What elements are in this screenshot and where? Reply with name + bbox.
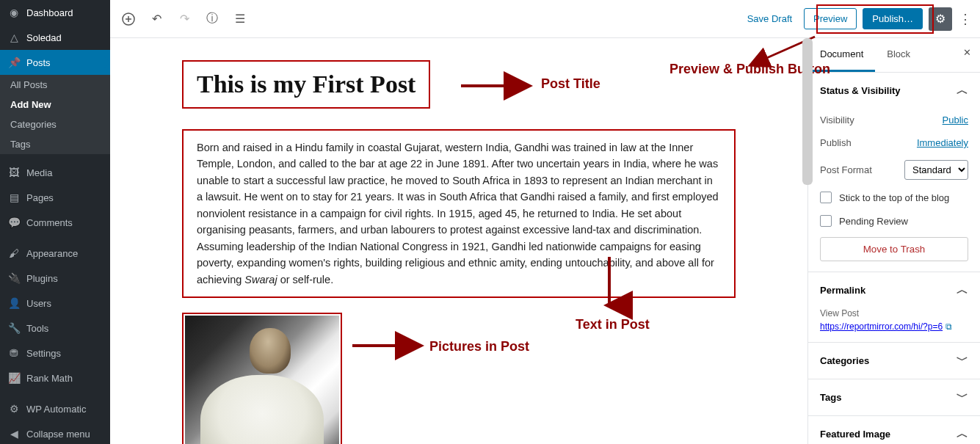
paragraph-em: Swaraj (244, 274, 277, 285)
sidebar-sub-categories[interactable]: Categories (0, 114, 110, 134)
settings-tabs: Document Block ✕ (808, 38, 980, 73)
sidebar-label: Settings (26, 348, 61, 359)
more-menu-button[interactable]: ⋮ (958, 11, 973, 27)
panel-status: Status & Visibility︿ VisibilityPublic Pu… (808, 73, 980, 272)
media-icon: 🖾 (7, 166, 21, 179)
sidebar-item-posts[interactable]: 📌Posts (0, 50, 110, 75)
pin-icon: 📌 (7, 56, 21, 69)
annotation-box-body: Born and raised in a Hindu family in coa… (182, 129, 736, 298)
add-block-button[interactable] (117, 8, 139, 30)
sidebar-label: Posts (26, 57, 51, 68)
comments-icon: 💬 (7, 216, 21, 229)
sidebar-sub-allposts[interactable]: All Posts (0, 75, 110, 95)
dashboard-icon: ◉ (7, 6, 21, 19)
preview-button[interactable]: Preview (804, 8, 857, 29)
publish-button[interactable]: Publish… (863, 8, 923, 29)
sidebar-label: Collapse menu (26, 429, 90, 440)
panel-categories: Categories﹀ (808, 343, 980, 379)
sidebar-item-collapse[interactable]: ◀Collapse menu (0, 421, 110, 444)
chevron-up-icon: ︿ (957, 83, 968, 98)
paragraph-text: or self-rule. (277, 274, 334, 285)
sidebar-label: Dashboard (26, 7, 73, 18)
tab-block[interactable]: Block (875, 38, 922, 72)
pending-label: Pending Review (839, 216, 908, 227)
sliders-icon: ⛃ (7, 346, 21, 360)
chevron-down-icon: ﹀ (957, 390, 968, 405)
editor-scrollbar[interactable] (802, 38, 813, 185)
collapse-icon: ◀ (7, 427, 21, 440)
panel-tags: Tags﹀ (808, 379, 980, 416)
brush-icon: 🖌 (7, 247, 21, 260)
sidebar-item-settings[interactable]: ⛃Settings (0, 341, 110, 365)
publish-value[interactable]: Immediately (917, 137, 968, 148)
user-icon: 👤 (7, 296, 21, 310)
stick-label: Stick to the top of the blog (839, 192, 949, 203)
settings-toggle-button[interactable]: ⚙ (929, 7, 952, 31)
visibility-value[interactable]: Public (943, 114, 968, 125)
robot-icon: ⚙ (7, 402, 21, 415)
panel-title: Featured Image (820, 429, 890, 440)
panel-title: Tags (820, 392, 841, 403)
panel-toggle-tags[interactable]: Tags﹀ (808, 379, 980, 415)
sidebar-sub-addnew[interactable]: Add New (0, 95, 110, 114)
sidebar-item-dashboard[interactable]: ◉Dashboard (0, 0, 110, 25)
external-link-icon: ⧉ (945, 321, 952, 332)
panel-toggle-permalink[interactable]: Permalink︿ (808, 272, 980, 308)
undo-button[interactable]: ↶ (145, 8, 167, 30)
pending-checkbox[interactable] (820, 215, 832, 227)
sidebar-item-soledad[interactable]: △Soledad (0, 25, 110, 50)
wrench-icon: 🔧 (7, 321, 21, 335)
sidebar-label: Soledad (26, 32, 62, 43)
editor-topbar: ↶ ↷ ⓘ ☰ Save Draft Preview Publish… ⚙ ⋮ (110, 0, 980, 38)
sidebar-label: Comments (26, 217, 73, 228)
chevron-up-icon: ︿ (957, 283, 968, 298)
close-settings-button[interactable]: ✕ (954, 38, 980, 72)
sidebar-item-users[interactable]: 👤Users (0, 291, 110, 316)
panel-title: Categories (820, 355, 869, 366)
sidebar-label: Appearance (26, 248, 78, 259)
post-title[interactable]: This is my First Post (197, 70, 415, 98)
panel-toggle-status[interactable]: Status & Visibility︿ (808, 73, 980, 109)
sidebar-item-rankmath[interactable]: 📈Rank Math (0, 365, 110, 390)
sidebar-label: Rank Math (26, 373, 73, 384)
sidebar-item-comments[interactable]: 💬Comments (0, 210, 110, 235)
outline-button[interactable]: ☰ (229, 8, 251, 30)
permalink-url[interactable]: https://reportmirror.com/hi/?p=6 (820, 321, 943, 332)
move-to-trash-button[interactable]: Move to Trash (820, 237, 968, 261)
panel-toggle-featured[interactable]: Featured Image︿ (808, 416, 980, 444)
pages-icon: ▤ (7, 191, 21, 204)
sidebar-item-pages[interactable]: ▤Pages (0, 185, 110, 210)
sidebar-label: Users (26, 298, 51, 309)
admin-sidebar: ◉Dashboard △Soledad 📌Posts All Posts Add… (0, 0, 110, 444)
chevron-down-icon: ﹀ (957, 353, 968, 368)
tab-document[interactable]: Document (808, 38, 875, 72)
postformat-select[interactable]: Standard (904, 160, 968, 180)
visibility-label: Visibility (820, 114, 854, 125)
sidebar-sub-tags[interactable]: Tags (0, 134, 110, 154)
sidebar-label: Media (26, 167, 52, 178)
info-button[interactable]: ⓘ (201, 8, 223, 30)
redo-button[interactable]: ↷ (173, 8, 195, 30)
chevron-up-icon: ︿ (957, 426, 968, 442)
sidebar-label: Tools (26, 323, 48, 334)
panel-title: Status & Visibility (820, 85, 901, 96)
panel-title: Permalink (820, 285, 865, 296)
chart-icon: 📈 (7, 371, 21, 385)
theme-icon: △ (7, 31, 21, 44)
sidebar-item-wpautomatic[interactable]: ⚙WP Automatic (0, 396, 110, 421)
viewpost-label: View Post (820, 308, 968, 319)
sidebar-item-plugins[interactable]: 🔌Plugins (0, 266, 110, 291)
panel-toggle-categories[interactable]: Categories﹀ (808, 343, 980, 379)
sidebar-item-appearance[interactable]: 🖌Appearance (0, 241, 110, 266)
panel-featured-image: Featured Image︿ (808, 416, 980, 444)
editor-canvas: This is my First Post Born and raised in… (110, 38, 807, 444)
paragraph-text: Born and raised in a Hindu family in coa… (197, 142, 719, 285)
save-draft-button[interactable]: Save Draft (741, 9, 798, 29)
stick-checkbox[interactable] (820, 192, 832, 203)
sidebar-label: Pages (26, 192, 54, 203)
post-paragraph[interactable]: Born and raised in a Hindu family in coa… (197, 139, 721, 288)
post-image[interactable] (185, 316, 339, 444)
annotation-box-title: This is my First Post (182, 60, 430, 109)
sidebar-item-tools[interactable]: 🔧Tools (0, 316, 110, 341)
sidebar-item-media[interactable]: 🖾Media (0, 160, 110, 185)
